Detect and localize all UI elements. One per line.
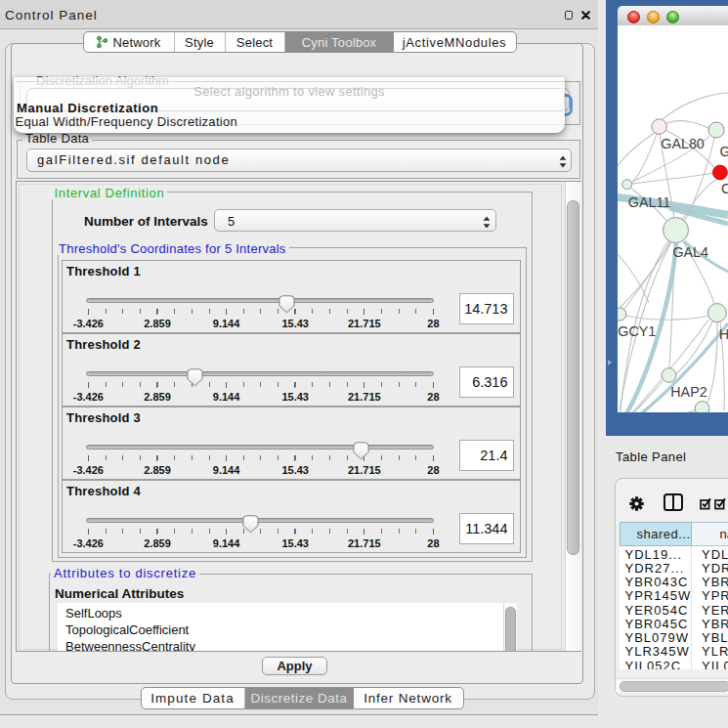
- svg-text:GAL80: GAL80: [661, 136, 705, 151]
- svg-text:HAP2: HAP2: [670, 384, 707, 400]
- svg-text:GAL4: GAL4: [672, 244, 708, 260]
- svg-text:H: H: [719, 326, 728, 342]
- svg-text:GAL11: GAL11: [628, 194, 670, 210]
- svg-text:GCY1: GCY1: [618, 323, 656, 339]
- svg-text:C: C: [721, 181, 728, 196]
- svg-text:GA: GA: [719, 144, 728, 159]
